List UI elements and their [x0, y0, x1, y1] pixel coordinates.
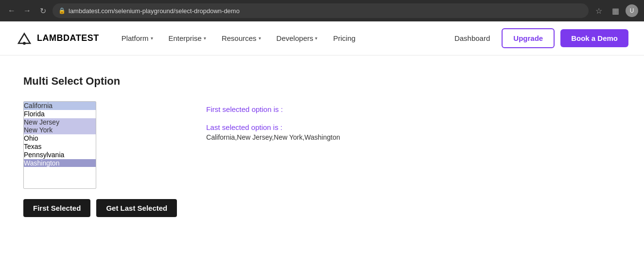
dashboard-link[interactable]: Dashboard	[449, 30, 496, 46]
logo-text: LAMBDATEST	[37, 33, 99, 43]
nav-developers[interactable]: Developers ▾	[270, 30, 325, 46]
enterprise-label: Enterprise	[169, 34, 202, 42]
nav-enterprise[interactable]: Enterprise ▾	[162, 30, 213, 46]
last-result-value: California,New Jersey,New York,Washingto…	[206, 133, 340, 141]
right-panel: First selected option is : Last selected…	[206, 101, 340, 141]
nav-pricing[interactable]: Pricing	[326, 30, 362, 46]
nav-platform[interactable]: Platform ▾	[115, 30, 160, 46]
state-multiselect[interactable]: California Florida New Jersey New York O…	[23, 101, 96, 189]
security-icon: 🔒	[58, 7, 66, 14]
nav-actions: Dashboard Upgrade Book a Demo	[449, 28, 628, 48]
refresh-button[interactable]: ↻	[37, 5, 49, 17]
first-result-label: First selected option is :	[206, 105, 340, 113]
get-last-selected-button[interactable]: Get Last Selected	[96, 199, 177, 217]
developers-chevron: ▾	[315, 36, 317, 41]
option-pennsylvania: Pennsylvania	[24, 151, 96, 159]
content-area: California Florida New Jersey New York O…	[23, 101, 621, 217]
url-text: lambdatest.com/selenium-playground/selec…	[69, 7, 240, 15]
address-bar[interactable]: 🔒 lambdatest.com/selenium-playground/sel…	[52, 3, 589, 18]
split-view-icon[interactable]: ▦	[609, 4, 622, 17]
page-title: Multi Select Option	[23, 75, 621, 88]
bookmark-icon[interactable]: ☆	[592, 4, 605, 17]
enterprise-chevron: ▾	[204, 36, 206, 41]
navbar: LAMBDATEST Platform ▾ Enterprise ▾ Resou…	[0, 21, 644, 55]
logo-icon	[16, 30, 33, 47]
option-new-york: New York	[24, 126, 96, 134]
browser-chrome: ← → ↻ 🔒 lambdatest.com/selenium-playgrou…	[0, 0, 644, 21]
option-california: California	[24, 102, 96, 110]
last-result-label: Last selected option is :	[206, 123, 340, 131]
option-washington: Washington	[24, 159, 96, 167]
pricing-label: Pricing	[333, 34, 355, 42]
nav-links: Platform ▾ Enterprise ▾ Resources ▾ Deve…	[115, 30, 449, 46]
svg-point-1	[23, 42, 26, 45]
book-demo-button[interactable]: Book a Demo	[560, 29, 628, 47]
first-selected-button[interactable]: First Selected	[23, 199, 90, 217]
last-result-section: Last selected option is : California,New…	[206, 123, 340, 141]
option-ohio: Ohio	[24, 134, 96, 143]
resources-chevron: ▾	[259, 36, 261, 41]
resources-label: Resources	[222, 34, 257, 42]
button-row: First Selected Get Last Selected	[23, 199, 177, 217]
option-florida: Florida	[24, 110, 96, 118]
forward-button[interactable]: →	[21, 5, 33, 17]
option-texas: Texas	[24, 143, 96, 151]
main-content: Multi Select Option California Florida N…	[0, 55, 644, 237]
user-avatar[interactable]: U	[626, 4, 638, 17]
logo[interactable]: LAMBDATEST	[16, 30, 99, 47]
back-button[interactable]: ←	[6, 5, 17, 17]
platform-chevron: ▾	[151, 36, 153, 41]
option-new-jersey: New Jersey	[24, 118, 96, 127]
left-panel: California Florida New Jersey New York O…	[23, 101, 177, 217]
nav-resources[interactable]: Resources ▾	[215, 30, 268, 46]
browser-actions: ☆ ▦ U	[592, 4, 638, 17]
platform-label: Platform	[122, 34, 149, 42]
developers-label: Developers	[277, 34, 313, 42]
upgrade-button[interactable]: Upgrade	[502, 28, 555, 48]
